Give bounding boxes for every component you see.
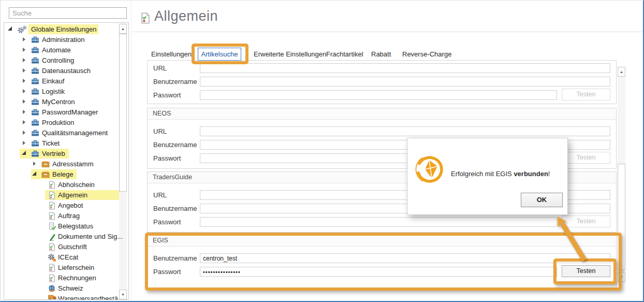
- tree-item-allgemein[interactable]: Allgemein: [4, 190, 119, 200]
- tree-item-adressstamm[interactable]: Adressstamm: [4, 159, 119, 169]
- doc-check-icon: [49, 202, 55, 210]
- chevron-collapsed-icon[interactable]: [23, 58, 25, 62]
- scroll-up-icon[interactable]: ▲: [618, 67, 625, 77]
- chevron-collapsed-icon[interactable]: [23, 79, 25, 83]
- tree-item-warenversandbestaetigung[interactable]: Warenversandbestä: [4, 294, 119, 300]
- briefcase-icon: [31, 77, 39, 85]
- tab-reverse-charge[interactable]: Reverse-Charge: [402, 50, 451, 58]
- success-dialog: Erfolgreich mit EGIS verbunden! OK: [407, 138, 568, 215]
- tree-item-abholschein[interactable]: Abholschein: [4, 180, 119, 190]
- testen-button[interactable]: Testen: [562, 265, 610, 277]
- tree-item-einkauf[interactable]: Einkauf: [4, 76, 119, 87]
- tree-item-globale-einstellungen[interactable]: Globale Einstellungen: [4, 24, 119, 35]
- chevron-collapsed-icon[interactable]: [23, 99, 25, 104]
- sidebar-scrollbar[interactable]: ▲ ▼: [119, 23, 127, 300]
- tree-item-produktion[interactable]: Produktion: [4, 118, 119, 128]
- tree-item-auftrag[interactable]: Auftrag: [4, 211, 119, 221]
- dialog-message: Erfolgreich mit EGIS verbunden!: [451, 170, 562, 178]
- doc-check-icon: [49, 181, 55, 189]
- doc-check-icon: [141, 12, 150, 26]
- tree-item-datenaustausch[interactable]: Datenaustausch: [4, 66, 119, 76]
- tree-item-qualitaetsmanagement[interactable]: Qualitätsmanagement: [4, 128, 119, 138]
- tree-item-lieferschein[interactable]: Lieferschein: [4, 263, 119, 273]
- chevron-collapsed-icon[interactable]: [23, 131, 25, 135]
- header-divider: [133, 32, 642, 32]
- scroll-down-icon[interactable]: ▼: [618, 272, 625, 282]
- briefcase-icon: [31, 108, 39, 116]
- scrollbar-thumb[interactable]: [618, 164, 625, 270]
- testen-button[interactable]: Testen: [562, 152, 610, 164]
- doc-check-icon: [49, 191, 55, 199]
- section-title: NEOS: [148, 108, 616, 120]
- tree-item-rechnungen[interactable]: Rechnungen: [4, 273, 119, 283]
- benutzername-input[interactable]: [200, 77, 610, 87]
- briefcase-icon: [31, 56, 39, 64]
- tab-einstellungen[interactable]: Einstellungen: [151, 50, 192, 58]
- tree-item-dokumente-und-signaturen[interactable]: Dokumente und Sig...: [4, 232, 119, 242]
- chevron-collapsed-icon[interactable]: [23, 89, 25, 93]
- tree-item-logistik[interactable]: Logistik: [4, 87, 119, 97]
- briefcase-icon: [31, 88, 39, 95]
- passwort-input[interactable]: [200, 90, 557, 100]
- briefcase-icon: [31, 67, 39, 75]
- chevron-expanded-icon[interactable]: [8, 26, 12, 31]
- gear-wrench-icon: [48, 253, 56, 262]
- tab-artikelsuche[interactable]: Artikelsuche: [198, 48, 241, 61]
- pen-icon: [49, 233, 56, 241]
- box-icon: [41, 160, 50, 168]
- chevron-collapsed-icon[interactable]: [33, 162, 36, 166]
- testen-button[interactable]: Testen: [562, 215, 610, 227]
- tree-item-belege[interactable]: Belege: [4, 169, 119, 180]
- scroll-up-icon[interactable]: ▲: [119, 24, 127, 34]
- chevron-collapsed-icon[interactable]: [23, 48, 25, 52]
- passwort-input[interactable]: [200, 217, 557, 227]
- tab-frachtartikel[interactable]: Frachtartikel: [326, 50, 363, 58]
- chevron-collapsed-icon[interactable]: [23, 37, 25, 41]
- search-input[interactable]: [9, 7, 127, 19]
- chevron-collapsed-icon[interactable]: [23, 141, 25, 145]
- chevron-expanded-icon[interactable]: [22, 151, 26, 155]
- tree-item-passwordmanager[interactable]: PasswordManager: [4, 107, 119, 118]
- tree-item-mycentron[interactable]: MyCentron: [4, 97, 119, 107]
- url-input[interactable]: [200, 63, 610, 73]
- doc-check-icon: [49, 243, 55, 251]
- briefcase-icon: [31, 98, 39, 106]
- tree-item-belegstatus[interactable]: Belegstatus: [4, 221, 119, 232]
- tab-rabatt[interactable]: Rabatt: [371, 50, 391, 58]
- ok-button[interactable]: OK: [521, 193, 563, 207]
- passwort-input[interactable]: [200, 267, 557, 277]
- tree-item-ticket[interactable]: Ticket: [4, 138, 119, 149]
- chevron-collapsed-icon[interactable]: [23, 68, 25, 73]
- tree-item-administration[interactable]: Administration: [4, 35, 119, 45]
- scroll-down-icon[interactable]: ▼: [119, 290, 127, 299]
- url-input[interactable]: [200, 126, 610, 136]
- testen-button[interactable]: Testen: [562, 89, 610, 100]
- doc-status-icon: [49, 222, 56, 231]
- chevron-expanded-icon[interactable]: [32, 171, 36, 176]
- tree-item-controlling[interactable]: Controlling: [4, 55, 119, 66]
- tab-erweiterte-einstellungen[interactable]: Erweiterte Einstellungen: [254, 50, 326, 58]
- tree-item-gutschrift[interactable]: Gutschrift: [4, 242, 119, 252]
- section-title: EGIS: [148, 235, 616, 247]
- tree-item-vertrieb[interactable]: Vertrieb: [4, 149, 119, 159]
- page-title: Allgemein: [154, 8, 218, 24]
- box-icon: [41, 170, 50, 178]
- briefcase-icon: [31, 36, 39, 44]
- tree-item-schweiz[interactable]: Schweiz: [4, 283, 119, 294]
- briefcase-icon: [31, 139, 39, 147]
- truck-icon: [48, 295, 57, 300]
- globe-icon: [48, 284, 56, 292]
- briefcase-icon: [31, 129, 39, 137]
- panel-divider: [131, 1, 131, 302]
- tree-item-angebot[interactable]: Angebot: [4, 200, 119, 211]
- gears-icon: [17, 25, 27, 34]
- benutzername-input[interactable]: [200, 253, 610, 263]
- content-scrollbar[interactable]: ▲ ▼: [618, 67, 625, 283]
- briefcase-icon: [31, 46, 39, 54]
- tree-item-icecat[interactable]: ICEcat: [4, 252, 119, 263]
- chevron-collapsed-icon[interactable]: [23, 110, 25, 114]
- scrollbar-thumb[interactable]: [119, 34, 127, 192]
- doc-check-icon: [49, 264, 55, 272]
- tree-item-automate[interactable]: Automate: [4, 45, 119, 55]
- chevron-collapsed-icon[interactable]: [23, 120, 25, 124]
